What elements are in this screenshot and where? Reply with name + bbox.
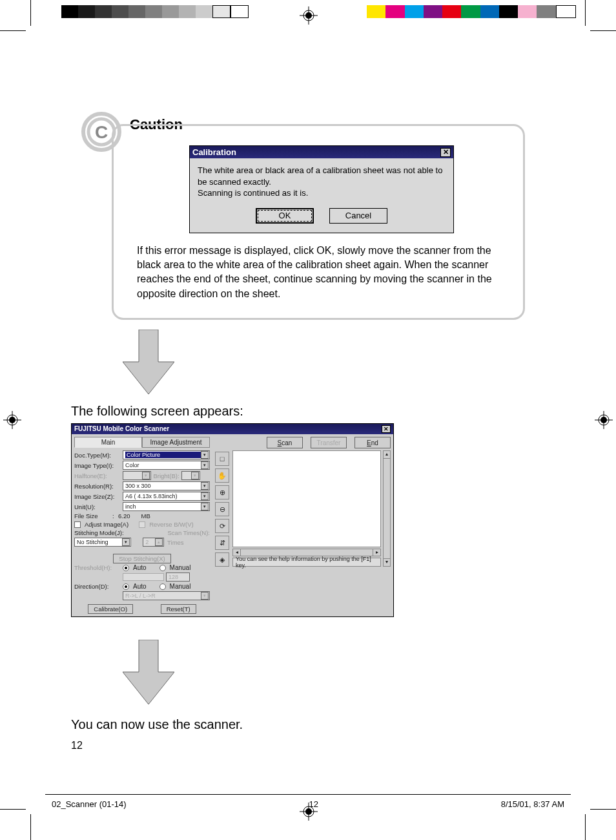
crop-mark	[590, 809, 616, 810]
image-type-combo[interactable]: Color▾	[123, 461, 210, 470]
svg-text:C: C	[95, 122, 108, 142]
chevron-down-icon: ▾	[201, 492, 209, 500]
page-number: 12	[71, 740, 83, 751]
doc-type-combo[interactable]: Color Picture▾	[123, 450, 210, 459]
label-stitching-mode: Stitching Mode(J):	[74, 529, 124, 536]
transfer-button: Transfer	[311, 437, 347, 448]
crop-mark	[585, 0, 586, 26]
threshold-auto-radio[interactable]	[123, 565, 129, 571]
stitching-combo[interactable]: No Stitching▾	[74, 538, 131, 547]
crop-mark	[590, 30, 616, 31]
direction-manual-radio[interactable]	[159, 583, 166, 590]
grayscale-swatch-strip	[61, 5, 249, 18]
label-resolution: Resolution(R):	[74, 483, 121, 490]
chevron-down-icon: ▾	[122, 538, 130, 546]
color-swatch-strip	[367, 5, 576, 18]
dialog-message: The white area or black area of a calibr…	[198, 165, 446, 199]
direction-auto-radio[interactable]	[123, 583, 129, 590]
end-button[interactable]: End	[354, 437, 391, 448]
crop-mark	[585, 814, 586, 840]
label-doc-type: Doc.Type(M):	[74, 452, 121, 459]
label-halftone: Halftone(E):	[74, 472, 121, 479]
window-title: FUJITSU Mobile Color Scanner	[74, 425, 169, 433]
resolution-combo[interactable]: 300 x 300▾	[123, 481, 210, 490]
scroll-down-icon[interactable]: ▾	[384, 558, 390, 566]
crop-mark	[30, 0, 31, 26]
dialog-title-text: Calibration	[192, 147, 236, 157]
reset-button[interactable]: Reset(T)	[161, 604, 196, 614]
label-direction: Direction(D):	[74, 583, 121, 590]
unit-combo[interactable]: inch▾	[123, 502, 210, 511]
label-image-type: Image Type(I):	[74, 462, 121, 469]
adjust-image-checkbox[interactable]	[74, 521, 81, 528]
calibration-dialog: Calibration ✕ The white area or black ar…	[189, 145, 454, 233]
dialog-titlebar: Calibration ✕	[190, 146, 453, 158]
tab-main[interactable]: Main	[74, 437, 142, 448]
spinner-icon: ▴	[155, 538, 163, 546]
crop-mark	[0, 30, 26, 31]
window-titlebar: FUJITSU Mobile Color Scanner ✕	[72, 424, 393, 434]
cancel-button[interactable]: Cancel	[329, 208, 387, 224]
file-size-value: 6.20	[118, 512, 130, 520]
chevron-down-icon: ▾	[201, 461, 209, 469]
label-times: Times	[167, 539, 184, 546]
footer: 02_Scanner (01-14) 12 8/15/01, 8:37 AM	[52, 799, 564, 809]
scanner-main-window: FUJITSU Mobile Color Scanner ✕ Main Imag…	[71, 423, 394, 617]
halftone-combo: ▾	[123, 471, 151, 480]
footer-page: 12	[309, 799, 318, 809]
hand-tool-icon[interactable]: ✋	[215, 468, 229, 483]
bright-combo: ▾	[181, 471, 200, 480]
chevron-down-icon: ▾	[201, 451, 209, 459]
caution-body-text: If this error message is displayed, clic…	[137, 244, 506, 302]
chevron-down-icon: ▾	[201, 592, 209, 600]
chevron-down-icon: ▾	[201, 482, 209, 490]
chevron-down-icon: ▾	[142, 472, 150, 479]
select-tool-icon[interactable]: □	[215, 452, 229, 466]
crop-mark	[30, 814, 31, 840]
tab-image-adjustment[interactable]: Image Adjustment	[142, 437, 210, 448]
image-size-combo[interactable]: A6 ( 4.13x 5.83inch)▾	[123, 492, 210, 501]
rotate-icon[interactable]: ⟳	[215, 519, 229, 533]
down-arrow-icon	[123, 640, 174, 707]
close-icon[interactable]: ✕	[440, 148, 451, 157]
registration-target-icon	[595, 411, 613, 429]
registration-target-icon	[3, 411, 21, 429]
calibrate-button[interactable]: Calibrate(O)	[88, 604, 133, 614]
file-size-unit: MB	[141, 512, 150, 520]
threshold-value: 128	[166, 572, 190, 582]
registration-target-icon	[300, 6, 318, 25]
scan-button[interactable]: Scan	[267, 437, 303, 448]
footer-file: 02_Scanner (01-14)	[52, 799, 127, 809]
stop-stitching-button: Stop Stitching(X)	[113, 554, 170, 563]
scan-times-spinner: 2▴	[143, 538, 164, 547]
tab-strip: Main Image Adjustment	[74, 437, 210, 448]
zoom-out-icon[interactable]: ⊖	[215, 502, 229, 516]
chevron-down-icon: ▾	[201, 503, 209, 510]
preview-pane	[232, 450, 381, 547]
label-scan-times: Scan Times(N):	[168, 529, 210, 536]
flip-icon[interactable]: ⇵	[215, 536, 229, 550]
label-image-size: Image Size(Z):	[74, 493, 121, 500]
direction-combo: R->L / L->R▾	[123, 591, 210, 600]
lead-text-2: You can now use the scanner.	[71, 717, 243, 732]
scroll-left-icon[interactable]: ◂	[233, 549, 241, 556]
threshold-manual-radio[interactable]	[159, 565, 166, 571]
reverse-bw-checkbox	[139, 521, 145, 528]
label-unit: Unit(U):	[74, 503, 121, 510]
label-bright: Bright(B):	[153, 472, 179, 479]
down-arrow-icon	[123, 330, 174, 397]
threshold-slider	[123, 573, 164, 581]
label-adjust-image: Adjust Image(A)	[85, 521, 128, 528]
scroll-right-icon[interactable]: ▸	[373, 549, 380, 556]
label-threshold: Threshold(H):	[74, 564, 121, 571]
ok-button[interactable]: OK	[256, 208, 314, 224]
footer-rule	[45, 794, 571, 795]
scan-icon[interactable]: ◈	[215, 552, 229, 567]
zoom-in-icon[interactable]: ⊕	[215, 485, 229, 499]
label-file-size: File Size	[74, 512, 110, 520]
label-reverse-bw: Reverse B/W(V)	[149, 521, 194, 528]
scroll-up-icon[interactable]: ▴	[384, 451, 390, 459]
lead-text-1: The following screen appears:	[71, 404, 243, 419]
close-icon[interactable]: ✕	[382, 425, 391, 433]
chevron-down-icon: ▾	[191, 472, 199, 479]
